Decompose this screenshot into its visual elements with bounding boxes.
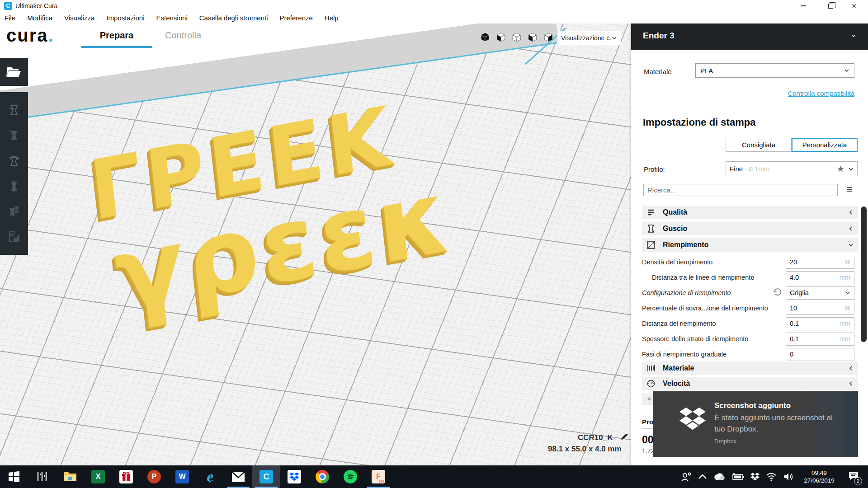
cura-logo: cura. — [6, 25, 54, 46]
view-mode-dropdown[interactable]: Visualizzazione c... — [557, 31, 621, 45]
wifi-icon[interactable] — [766, 473, 777, 481]
hidden-icons-chevron[interactable] — [698, 474, 707, 480]
menu-impostazioni[interactable]: Impostazioni — [106, 14, 144, 22]
setting-row: Distanza tra le linee di riempimento 4.0… — [642, 270, 858, 285]
infill-overlap-input[interactable]: 10% — [786, 302, 854, 315]
tool-panel — [0, 92, 28, 255]
category-infill[interactable]: Riempimento — [642, 238, 858, 252]
rotate-tool-icon[interactable] — [7, 154, 21, 168]
dropbox-notification[interactable]: Screenshot aggiunto È stato aggiunto uno… — [653, 391, 858, 457]
tab-prepara[interactable]: Prepara — [90, 30, 144, 41]
gift-app-button[interactable] — [112, 465, 140, 488]
start-button[interactable] — [0, 465, 28, 488]
printer-selector[interactable]: Ender 3 — [631, 22, 868, 50]
open-folder-icon — [6, 66, 22, 78]
dropbox-button[interactable] — [280, 465, 308, 488]
support-blocker-icon[interactable] — [7, 230, 21, 244]
category-partial[interactable]: ≡ — [642, 393, 654, 405]
infill-settings: Densità del riempimento 20% Distanza tra… — [642, 254, 858, 362]
build-plate-viewport[interactable]: cura. Prepara Controlla Visualizzazione … — [0, 23, 631, 465]
recommended-mode-button[interactable]: Consigliata — [726, 138, 792, 152]
menu-bar: File Modifica Visualizza Impostazioni Es… — [0, 12, 868, 23]
infill-density-input[interactable]: 20% — [786, 256, 854, 269]
cura-app-icon: C — [4, 2, 12, 10]
view-top-icon[interactable] — [512, 33, 522, 42]
rename-pencil-icon[interactable] — [619, 432, 629, 441]
word-button[interactable]: W — [168, 465, 196, 488]
notification-title: Screenshot aggiunto — [714, 401, 791, 410]
dropbox-tray-icon[interactable] — [750, 473, 760, 481]
menu-casella-strumenti[interactable]: Casella degli strumenti — [199, 14, 268, 22]
chevron-left-icon — [848, 381, 854, 386]
chevron-down-icon — [845, 290, 850, 296]
infill-layer-thickness-input[interactable]: 0.1mm — [786, 333, 854, 346]
task-view-button[interactable] — [28, 465, 56, 488]
ultimaker-cura-window: C Ultimaker Cura × File Modifica Visuali… — [0, 0, 868, 488]
tab-controlla[interactable]: Controlla — [165, 30, 201, 41]
category-shell[interactable]: Guscio — [642, 222, 858, 235]
chrome-button[interactable] — [308, 465, 336, 488]
menu-modifica[interactable]: Modifica — [27, 14, 52, 22]
restore-button[interactable] — [820, 0, 841, 12]
material-dropdown[interactable]: PLA — [695, 63, 854, 78]
menu-estensioni[interactable]: Estensioni — [156, 14, 188, 22]
people-icon[interactable] — [681, 472, 692, 482]
infill-wipe-distance-input[interactable]: 0.1mm — [786, 317, 854, 330]
spotify-icon — [344, 470, 357, 483]
scale-tool-icon[interactable] — [7, 129, 21, 142]
print-setup-title: Impostazione di stampa — [643, 117, 755, 128]
job-material-fragment: 1.72 — [642, 447, 654, 455]
infill-pattern-dropdown[interactable]: Griglia — [786, 286, 854, 300]
menu-preferenze[interactable]: Preferenze — [279, 14, 312, 22]
menu-help[interactable]: Help — [325, 14, 339, 22]
window-title: Ultimaker Cura — [15, 2, 57, 9]
per-model-settings-icon[interactable] — [7, 205, 21, 218]
setting-row: Percentuale di sovra...ione del riempime… — [642, 300, 858, 316]
taskbar-clock[interactable]: 09:49 27/06/2019 — [800, 469, 838, 484]
battery-icon[interactable] — [732, 473, 744, 480]
excel-button[interactable]: X — [84, 465, 112, 488]
file-explorer-button[interactable] — [56, 465, 84, 488]
reset-setting-icon[interactable] — [772, 288, 781, 297]
custom-mode-button[interactable]: Personalizzata — [792, 138, 858, 152]
mail-button[interactable] — [224, 465, 252, 488]
notification-app: Dropbox — [714, 438, 736, 445]
profile-dropdown[interactable]: Fine - 0.1mm ★ — [726, 161, 858, 176]
infill-icon — [646, 240, 656, 249]
powerpoint-button[interactable]: P — [140, 465, 168, 488]
category-quality[interactable]: Qualità — [642, 206, 858, 219]
menu-visualizza[interactable]: Visualizza — [64, 14, 94, 22]
dropbox-icon — [288, 470, 301, 483]
minimize-button[interactable] — [793, 0, 814, 12]
onedrive-icon[interactable] — [713, 473, 726, 481]
mirror-tool-icon[interactable] — [7, 179, 21, 193]
settings-search — [643, 184, 838, 196]
close-button[interactable]: × — [844, 0, 864, 12]
internet-explorer-button[interactable]: e — [196, 465, 224, 488]
view-right-icon[interactable] — [543, 33, 553, 42]
notification-badge: 2 — [854, 477, 862, 485]
category-speed[interactable]: Velocità — [642, 377, 858, 390]
printer-name: Ender 3 — [643, 31, 851, 41]
open-file-button[interactable] — [0, 58, 28, 86]
check-compatibility-link[interactable]: Controlla compatibilità — [788, 89, 854, 97]
spotify-button[interactable] — [336, 465, 364, 488]
settings-scrollbar[interactable] — [861, 206, 867, 342]
category-material[interactable]: Materiale — [642, 361, 858, 375]
infill-line-distance-input[interactable]: 4.0mm — [786, 271, 854, 284]
clock-date: 27/06/2019 — [800, 477, 838, 484]
volume-icon[interactable] — [783, 472, 794, 481]
move-tool-icon[interactable] — [7, 103, 21, 117]
settings-menu-icon[interactable]: ≡ — [846, 183, 853, 196]
chevron-down-icon — [844, 68, 849, 73]
gradual-infill-steps-input[interactable]: 0 — [786, 348, 854, 361]
view-left-icon[interactable] — [528, 33, 538, 42]
view-3d-icon[interactable] — [480, 33, 490, 42]
notification-body: È stato aggiunto uno screenshot al tuo D… — [714, 412, 833, 435]
cura-taskbar-button[interactable]: C — [252, 465, 280, 488]
view-front-icon[interactable] — [496, 33, 506, 42]
search-input[interactable] — [644, 184, 837, 196]
menu-file[interactable]: File — [5, 14, 15, 22]
fusion360-button[interactable]: F 360 — [364, 465, 392, 488]
action-center-button[interactable]: 2 — [848, 471, 859, 483]
